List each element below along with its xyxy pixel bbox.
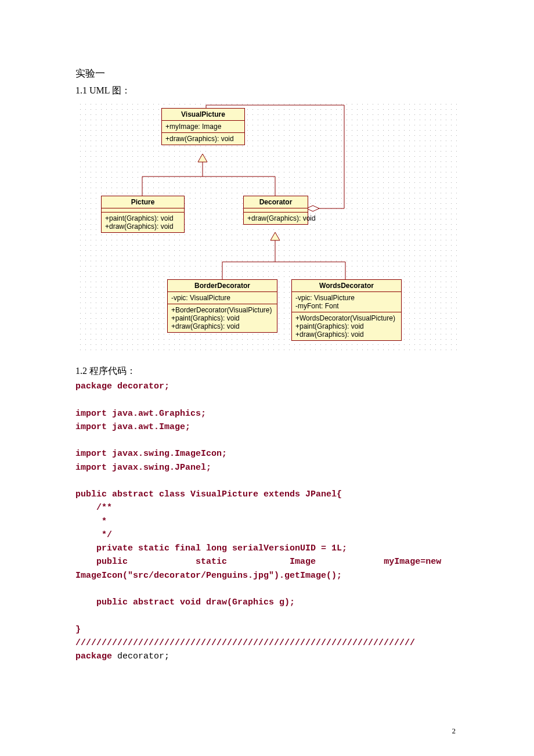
uml-box-picture: Picture +paint(Graphics): void +draw(Gra… [101,196,185,233]
page: 实验一 1.1 UML 图： VisualPicture +myImage: I… [0,0,534,756]
code-block: package decorator; import java.awt.Graph… [75,380,459,663]
heading-experiment: 实验一 [75,67,459,80]
uml-box-visualpicture: VisualPicture +myImage: Image +draw(Grap… [161,108,245,145]
uml-attr: +myImage: Image [162,121,244,133]
uml-ops: +WordsDecorator(VisualPicture) +paint(Gr… [292,312,401,340]
uml-attr: -vpic: VisualPicture [168,292,277,304]
code-line: */ [75,530,112,540]
uml-op: +BorderDecorator(VisualPicture) [171,306,273,314]
uml-class-name: VisualPicture [162,109,244,121]
code-line: public abstract class VisualPicture exte… [75,489,342,499]
code-line: import javax.swing.ImageIcon; [75,449,227,459]
code-line: package decorator; [75,381,169,391]
heading-uml: 1.1 UML 图： [75,85,459,97]
code-token: static [196,557,227,567]
uml-attrs: -vpic: VisualPicture -myFont: Font [292,292,401,312]
uml-class-name: Decorator [244,196,308,208]
uml-op: +draw(Graphics): void [244,213,308,224]
page-number: 2 [452,726,456,736]
code-line: private static final long serialVersionU… [75,543,347,553]
uml-op: +draw(Graphics): void [162,133,244,145]
code-line: ImageIcon("src/decorator/Penguins.jpg").… [75,571,342,581]
code-line: } [75,625,81,635]
uml-box-wordsdecorator: WordsDecorator -vpic: VisualPicture -myF… [291,279,402,341]
uml-attr-empty [244,208,308,213]
code-line: import java.awt.Image; [75,422,190,432]
uml-diagram: VisualPicture +myImage: Image +draw(Grap… [75,99,459,355]
uml-ops: +BorderDecorator(VisualPicture) +paint(G… [168,304,277,332]
uml-op: +draw(Graphics): void [105,222,181,231]
uml-op: +paint(Graphics): void [171,314,273,322]
code-token: decorator; [112,651,169,661]
code-line: /** [75,503,112,513]
heading-code: 1.2 程序代码： [75,365,459,377]
uml-box-borderdecorator: BorderDecorator -vpic: VisualPicture +Bo… [167,279,277,333]
uml-box-decorator: Decorator +draw(Graphics): void [243,196,308,225]
code-line: public [75,557,128,567]
code-line: ////////////////////////////////////////… [75,638,415,648]
code-line: import java.awt.Graphics; [75,409,206,419]
uml-op: +draw(Graphics): void [295,330,398,339]
uml-op: +paint(Graphics): void [295,322,398,330]
uml-class-name: BorderDecorator [168,280,277,292]
code-token: Image [290,557,316,567]
uml-op: +WordsDecorator(VisualPicture) [295,314,398,322]
uml-attr: -myFont: Font [295,302,398,310]
code-token: package [75,651,112,661]
uml-attr-empty [102,208,184,213]
uml-ops: +paint(Graphics): void +draw(Graphics): … [102,213,184,232]
uml-class-name: Picture [102,196,184,208]
code-line: public abstract void draw(Graphics g); [75,597,295,607]
code-line: import javax.swing.JPanel; [75,463,211,473]
code-token: myImage=new [384,557,441,567]
uml-op: +paint(Graphics): void [105,214,181,222]
uml-attr: -vpic: VisualPicture [295,294,398,302]
code-line: * [75,517,112,527]
uml-op: +draw(Graphics): void [171,322,273,330]
uml-class-name: WordsDecorator [292,280,401,292]
